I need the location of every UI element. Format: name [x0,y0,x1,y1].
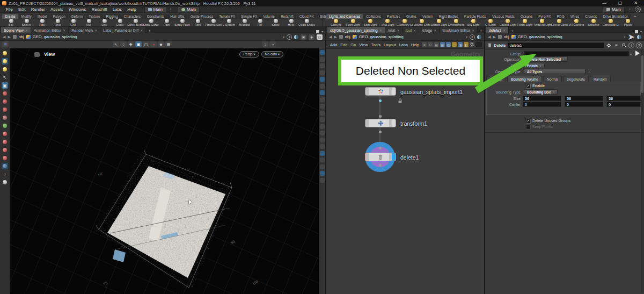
pane-tab[interactable]: /mat ✕ [385,27,403,33]
shelf-tab[interactable]: Guide Process [188,14,216,19]
display-option-icon[interactable] [320,104,325,109]
shelf-tool[interactable]: Environment Light [448,19,465,27]
network-overview-icon[interactable] [475,42,482,47]
shelf-tab[interactable]: Particles [384,14,403,19]
back-icon[interactable]: ◀ [488,35,491,39]
pane-tab[interactable]: Animation Editor ✕ [31,27,69,33]
add-pane-tab-button[interactable]: + [146,28,153,33]
shelf-tool[interactable]: Torus [50,19,65,27]
shelf-tool[interactable]: Tube [34,19,50,27]
circle-tool-icon[interactable]: ○ [2,171,8,177]
close-icon[interactable]: ✕ [140,28,143,32]
shelf-tab[interactable]: Crowds [582,14,599,19]
shelf-tool[interactable]: Gamepad Camera [602,19,619,27]
add-pane-tab-button[interactable]: + [478,28,485,33]
maximize-button[interactable]: ▢ [618,1,623,6]
shelf-tool[interactable]: L-System [221,19,237,27]
center-x-field[interactable]: 0 [523,102,561,107]
parameter-tab[interactable]: Random [590,76,611,82]
minimize-button[interactable]: — [602,1,606,6]
shelf-tool[interactable]: GI Light [482,19,499,27]
sync-icon[interactable] [477,35,481,39]
close-icon[interactable]: ✕ [63,28,65,32]
pane-split-icon[interactable] [316,30,319,33]
shelf-tool[interactable]: Switcher [585,19,602,27]
gallery-icon[interactable]: ◧ [464,42,469,47]
shelf-tool[interactable]: Portal Light [516,19,533,27]
tool-handle-icon[interactable]: ⠿ [2,41,9,47]
secure-selection-icon[interactable]: ▣ [2,82,8,89]
pose-tool-icon[interactable] [2,114,8,121]
pane-tab[interactable]: Scene View ✕ [1,27,31,33]
display-option-icon[interactable] [320,63,325,68]
sticky-note-icon[interactable]: ▢ [452,42,457,47]
shelf-tool[interactable]: Box [3,19,19,27]
paint-tool-icon[interactable] [2,123,8,129]
pane-tab[interactable]: Bookmark Editor ✕ [440,27,478,33]
node-name-field[interactable]: delete1 [508,42,604,48]
brush-select-icon[interactable]: ✚ [128,41,134,47]
shelf-tab[interactable]: Volume [260,14,277,19]
pane-tab[interactable]: Labs | Parameter Diff ✕ [100,27,146,33]
select-arrow-icon[interactable]: ↖ [113,41,119,47]
path-root[interactable]: obj [504,34,509,39]
shelf-tab[interactable]: Vellum [420,14,436,19]
path-root[interactable]: obj [19,34,24,39]
network-menu-item[interactable]: Layout [382,42,398,47]
close-icon[interactable]: ✕ [503,28,506,32]
path-menu-icon[interactable]: ▾ [283,35,284,39]
parameter-scrollbar[interactable] [641,49,643,293]
shelf-tab[interactable]: Model [35,14,50,19]
crowd-icon[interactable]: ◆ [309,34,314,40]
select-visible-icon[interactable]: ▢ [143,41,149,47]
pane-tab[interactable]: /stage ✕ [419,27,440,33]
pane-tab[interactable]: obj/GEO_gaussian_splatting ✕ [327,27,385,33]
shelf-tab[interactable]: Viscous Fluids [489,14,517,19]
node-title[interactable]: transform1 [400,120,427,127]
pane-tab[interactable]: delete1 ✕ [486,27,509,33]
shelf-tool[interactable]: File [252,19,268,27]
shelf-tab[interactable]: Collisions [363,14,384,19]
shelf-tab[interactable]: Hair Utils [167,14,187,19]
pane-menu-icon[interactable]: ▾ [321,30,323,33]
snapshot-icon[interactable]: ◨ [458,42,463,47]
move-tool-icon[interactable] [2,90,8,97]
pane-tab[interactable]: Render View ✕ [69,27,100,33]
close-button[interactable]: ✕ [634,1,638,6]
lamp-tool-icon[interactable] [2,66,8,73]
shelf-tool[interactable]: Ambient Light [533,19,551,27]
shelf-tool[interactable]: Spray Paint [174,19,190,27]
search-icon[interactable] [621,42,627,48]
network-menu-item[interactable]: Help [409,42,421,47]
shelf-tool[interactable]: Inputs [619,19,636,27]
snap-magnet-icon[interactable] [2,155,8,161]
entity-dropdown[interactable]: Points↕ [524,63,545,68]
shelf-tool[interactable]: Grid [65,19,81,27]
hand-tool-icon[interactable] [2,179,8,185]
shelf-tab[interactable]: Characters [121,14,144,19]
path-node[interactable]: GEO_gaussian_splatting [359,34,404,39]
delete-unused-groups-checkbox[interactable]: ✓ [526,119,531,124]
shelf-tool[interactable]: Helix [283,19,299,27]
display-option-icon[interactable] [320,171,325,176]
menu-item[interactable]: Render [28,7,48,12]
display-option-icon[interactable] [320,131,325,135]
shelf-tool[interactable]: Caustic Light [499,19,516,27]
close-icon[interactable]: ✕ [25,28,28,32]
select-prims-icon[interactable]: ▦ [165,41,172,47]
sync-icon[interactable] [294,35,298,39]
display-option-icon[interactable] [320,164,325,169]
help-icon[interactable]: ? [636,42,642,48]
path-node[interactable]: GEO_gaussian_splatting [33,34,77,39]
forward-icon[interactable]: ▶ [8,35,10,39]
operation-dropdown[interactable]: Delete Non-Selected↕ [524,56,568,62]
bounding-type-dropdown[interactable]: Bounding Box↕ [524,89,558,95]
shelf-tab[interactable]: Deform [69,14,85,19]
back-icon[interactable]: ◀ [3,35,5,39]
shelf-tool[interactable]: Spiral [268,19,283,27]
display-option-icon[interactable] [320,111,325,116]
path-node[interactable]: GEO_gaussian_splatting [518,34,562,39]
info-icon[interactable]: i [628,42,634,48]
view-tool-icon[interactable] [2,163,8,169]
lasso-select-icon[interactable]: ○ [120,41,127,47]
